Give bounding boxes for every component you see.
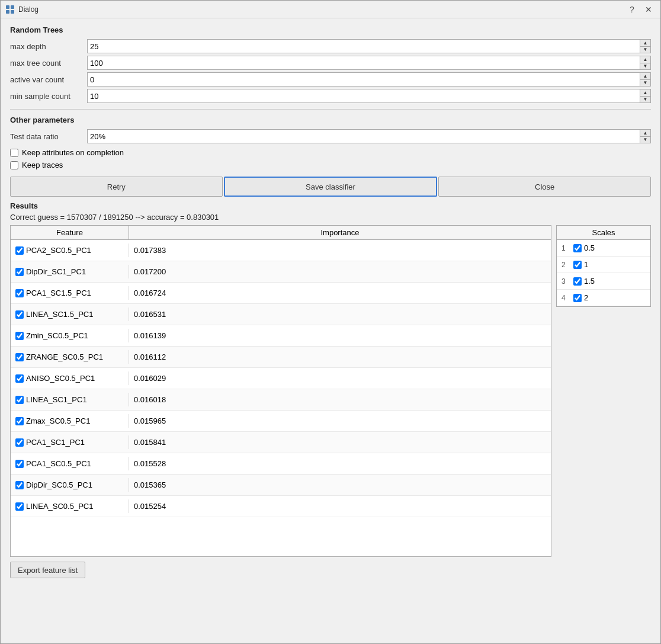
feature-checkbox[interactable] xyxy=(15,332,24,340)
feature-cell: Zmin_SC0.5_PC1 xyxy=(11,329,129,342)
scale-value: 1 xyxy=(584,260,588,269)
feature-cell: DipDir_SC0.5_PC1 xyxy=(11,478,129,492)
active-var-count-spin-buttons: ▲ ▼ xyxy=(640,73,650,86)
scale-checkbox[interactable] xyxy=(573,294,582,302)
max-tree-count-label: max tree count xyxy=(10,59,87,68)
max-depth-row: max depth ▲ ▼ xyxy=(10,39,651,53)
max-tree-count-spin-up[interactable]: ▲ xyxy=(640,56,650,63)
table-row: ZRANGE_SC0.5_PC1 0.016112 xyxy=(11,347,551,368)
feature-checkbox[interactable] xyxy=(15,396,24,404)
active-var-count-spin-up[interactable]: ▲ xyxy=(640,73,650,80)
feature-name: ANISO_SC0.5_PC1 xyxy=(26,374,95,383)
close-button-main[interactable]: Close xyxy=(438,177,651,197)
feature-name: LINEA_SC1_PC1 xyxy=(26,395,87,404)
scale-num: 1 xyxy=(561,244,571,252)
scale-checkbox[interactable] xyxy=(573,261,582,269)
accuracy-text: Correct guess = 1570307 / 1891250 --> ac… xyxy=(10,213,651,222)
table-row: PCA1_SC0.5_PC1 0.015528 xyxy=(11,453,551,475)
table-row: LINEA_SC1.5_PC1 0.016531 xyxy=(11,304,551,325)
max-tree-count-spin-down[interactable]: ▼ xyxy=(640,63,650,70)
max-tree-count-spin-buttons: ▲ ▼ xyxy=(640,56,650,69)
feature-name: Zmax_SC0.5_PC1 xyxy=(26,416,90,425)
feature-cell: PCA1_SC1.5_PC1 xyxy=(11,286,129,300)
max-depth-input[interactable] xyxy=(88,40,640,53)
keep-traces-label: Keep traces xyxy=(22,161,63,169)
feature-checkbox[interactable] xyxy=(15,502,24,511)
feature-checkbox[interactable] xyxy=(15,289,24,297)
feature-checkbox[interactable] xyxy=(15,417,24,425)
importance-cell: 0.016139 xyxy=(129,329,551,342)
feature-checkbox[interactable] xyxy=(15,310,24,319)
feature-cell: LINEA_SC0.5_PC1 xyxy=(11,499,129,513)
table-row: Zmax_SC0.5_PC1 0.015965 xyxy=(11,411,551,432)
feature-cell: DipDir_SC1_PC1 xyxy=(11,265,129,278)
feature-checkbox[interactable] xyxy=(15,460,24,468)
feature-checkbox[interactable] xyxy=(15,353,24,361)
table-row: PCA1_SC1.5_PC1 0.016724 xyxy=(11,283,551,304)
scale-row: 3 1.5 xyxy=(557,273,650,290)
save-classifier-button[interactable]: Save classifier xyxy=(224,177,438,197)
min-sample-count-input[interactable] xyxy=(88,89,640,102)
close-button[interactable]: ✕ xyxy=(641,2,656,17)
retry-button[interactable]: Retry xyxy=(10,177,223,197)
importance-cell: 0.016018 xyxy=(129,393,551,406)
feature-name: DipDir_SC1_PC1 xyxy=(26,267,86,276)
table-row: PCA1_SC1_PC1 0.015841 xyxy=(11,432,551,453)
min-sample-count-spin-up[interactable]: ▲ xyxy=(640,89,650,97)
feature-checkbox[interactable] xyxy=(15,374,24,383)
window-title: Dialog xyxy=(18,5,38,14)
feature-checkbox[interactable] xyxy=(15,246,24,255)
min-sample-count-label: min sample count xyxy=(10,92,87,101)
window-icon xyxy=(5,5,15,14)
test-data-ratio-label: Test data ratio xyxy=(10,132,87,141)
test-data-ratio-spin-down[interactable]: ▼ xyxy=(640,137,650,143)
max-depth-spin-up[interactable]: ▲ xyxy=(640,40,650,47)
max-depth-spin-down[interactable]: ▼ xyxy=(640,47,650,53)
feature-checkbox[interactable] xyxy=(15,481,24,489)
scale-num: 2 xyxy=(561,261,571,269)
min-sample-count-spin-buttons: ▲ ▼ xyxy=(640,89,650,102)
scale-checkbox[interactable] xyxy=(573,244,582,252)
table-row: Zmin_SC0.5_PC1 0.016139 xyxy=(11,325,551,347)
importance-cell: 0.015965 xyxy=(129,414,551,428)
svg-rect-1 xyxy=(11,5,14,9)
test-data-ratio-input[interactable] xyxy=(88,130,640,143)
feature-cell: ANISO_SC0.5_PC1 xyxy=(11,371,129,385)
scale-value: 1.5 xyxy=(584,277,595,286)
importance-cell: 0.015528 xyxy=(129,457,551,470)
feature-cell: LINEA_SC1_PC1 xyxy=(11,393,129,406)
max-depth-label: max depth xyxy=(10,42,87,51)
min-sample-count-spin-down[interactable]: ▼ xyxy=(640,97,650,103)
max-tree-count-input[interactable] xyxy=(88,56,640,69)
table-row: LINEA_SC0.5_PC1 0.015254 xyxy=(11,496,551,517)
feature-name: PCA1_SC1.5_PC1 xyxy=(26,289,91,297)
test-data-ratio-spin-up[interactable]: ▲ xyxy=(640,130,650,137)
importance-cell: 0.017200 xyxy=(129,265,551,278)
help-button[interactable]: ? xyxy=(625,2,639,17)
active-var-count-spin-down[interactable]: ▼ xyxy=(640,80,650,86)
feature-table-body: PCA2_SC0.5_PC1 0.017383 DipDir_SC1_PC1 0… xyxy=(11,240,551,556)
feature-checkbox[interactable] xyxy=(15,268,24,276)
export-feature-list-button[interactable]: Export feature list xyxy=(10,562,85,578)
button-bar: Retry Save classifier Close xyxy=(10,177,651,197)
feature-checkbox[interactable] xyxy=(15,438,24,447)
importance-cell: 0.016029 xyxy=(129,371,551,385)
scale-checkbox[interactable] xyxy=(573,277,582,286)
importance-cell: 0.015365 xyxy=(129,478,551,492)
keep-traces-checkbox[interactable] xyxy=(10,161,18,169)
active-var-count-row: active var count ▲ ▼ xyxy=(10,72,651,86)
importance-col-header: Importance xyxy=(129,226,551,239)
table-row: DipDir_SC1_PC1 0.017200 xyxy=(11,261,551,283)
keep-attributes-checkbox[interactable] xyxy=(10,149,18,157)
random-trees-title: Random Trees xyxy=(10,25,651,34)
active-var-count-spinbox: ▲ ▼ xyxy=(87,72,651,86)
importance-cell: 0.015254 xyxy=(129,499,551,513)
test-data-ratio-row: Test data ratio ▲ ▼ xyxy=(10,129,651,143)
importance-cell: 0.017383 xyxy=(129,243,551,257)
table-row: ANISO_SC0.5_PC1 0.016029 xyxy=(11,368,551,389)
table-row: LINEA_SC1_PC1 0.016018 xyxy=(11,389,551,411)
active-var-count-label: active var count xyxy=(10,75,87,84)
table-row: PCA2_SC0.5_PC1 0.017383 xyxy=(11,240,551,261)
active-var-count-input[interactable] xyxy=(88,73,640,86)
importance-cell: 0.016724 xyxy=(129,286,551,300)
